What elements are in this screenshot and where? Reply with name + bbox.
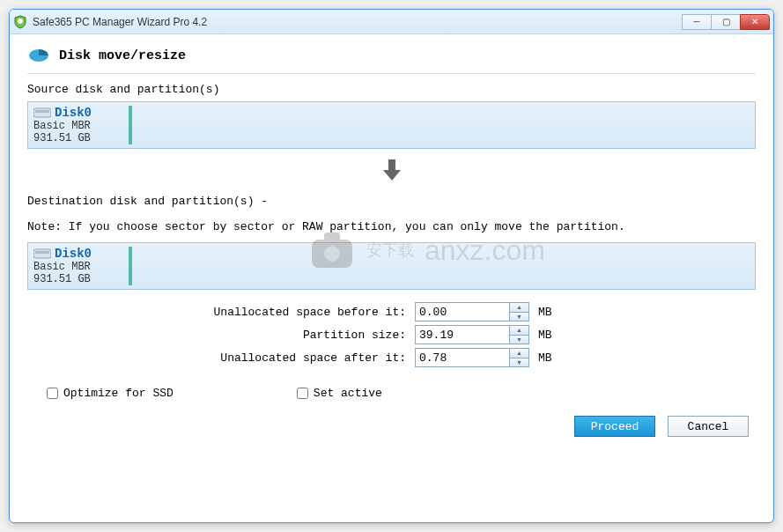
hdd-icon <box>33 248 51 260</box>
proceed-button[interactable]: Proceed <box>574 416 655 437</box>
after-unit: MB <box>538 351 552 365</box>
size-fields: Unallocated space before it: ▲▼ MB Parti… <box>27 302 756 371</box>
destination-partition-bar <box>129 247 132 285</box>
page-title: Disk move/resize <box>59 48 186 63</box>
svg-point-0 <box>18 18 23 24</box>
app-window: Safe365 PC Manager Wizard Pro 4.2 ─ ▢ ✕ … <box>9 9 774 523</box>
source-disk-name: Disk0 <box>55 106 92 120</box>
source-disk-box[interactable]: Disk0 Basic MBR 931.51 GB <box>27 101 756 149</box>
set-active-input[interactable] <box>297 388 308 399</box>
set-active-checkbox[interactable]: Set active <box>297 387 382 400</box>
size-unit: MB <box>538 329 552 342</box>
destination-disk-name: Disk0 <box>55 247 92 261</box>
destination-disk-box[interactable]: Disk0 Basic MBR 931.51 GB <box>27 242 756 290</box>
minimize-button[interactable]: ─ <box>682 14 712 30</box>
titlebar[interactable]: Safe365 PC Manager Wizard Pro 4.2 ─ ▢ ✕ <box>10 10 773 34</box>
cancel-button[interactable]: Cancel <box>668 416 749 437</box>
optimize-ssd-checkbox[interactable]: Optimize for SSD <box>47 387 174 400</box>
source-label: Source disk and partition(s) <box>27 83 756 96</box>
svg-rect-5 <box>35 251 49 254</box>
svg-rect-3 <box>35 110 49 113</box>
before-up-button[interactable]: ▲ <box>510 303 528 313</box>
source-partition-bar <box>129 106 132 144</box>
destination-disk-type: Basic MBR <box>33 261 129 273</box>
size-down-button[interactable]: ▼ <box>510 336 528 344</box>
content-area: Disk move/resize Source disk and partiti… <box>10 34 773 522</box>
window-title: Safe365 PC Manager Wizard Pro 4.2 <box>33 16 683 28</box>
source-disk-size: 931.51 GB <box>33 132 129 144</box>
before-unit: MB <box>538 306 552 319</box>
after-label: Unallocated space after it: <box>27 351 415 365</box>
size-up-button[interactable]: ▲ <box>510 326 528 336</box>
set-active-label: Set active <box>314 387 382 400</box>
before-spinbox[interactable]: ▲▼ <box>415 302 529 321</box>
after-spinbox[interactable]: ▲▼ <box>415 348 529 367</box>
after-input[interactable] <box>416 349 509 366</box>
before-label: Unallocated space before it: <box>27 306 415 319</box>
arrow-down-icon <box>380 158 404 182</box>
before-down-button[interactable]: ▼ <box>510 313 528 321</box>
size-spinbox[interactable]: ▲▼ <box>415 325 529 344</box>
after-down-button[interactable]: ▼ <box>510 358 528 367</box>
source-disk-type: Basic MBR <box>33 120 129 132</box>
page-header: Disk move/resize <box>27 40 756 74</box>
destination-label: Destination disk and partition(s) - <box>27 195 756 208</box>
before-input[interactable] <box>416 303 509 321</box>
optimize-ssd-label: Optimize for SSD <box>63 387 174 400</box>
hdd-icon <box>33 107 51 119</box>
optimize-ssd-input[interactable] <box>47 388 58 399</box>
destination-disk-size: 931.51 GB <box>33 273 129 285</box>
destination-note: Note: If you choose sector by sector or … <box>27 220 756 233</box>
size-label: Partition size: <box>27 329 415 342</box>
disk-pie-icon <box>27 47 50 64</box>
maximize-button[interactable]: ▢ <box>711 14 741 30</box>
app-shield-icon <box>13 15 27 29</box>
size-input[interactable] <box>416 326 509 344</box>
after-up-button[interactable]: ▲ <box>510 349 528 358</box>
close-button[interactable]: ✕ <box>740 14 770 30</box>
